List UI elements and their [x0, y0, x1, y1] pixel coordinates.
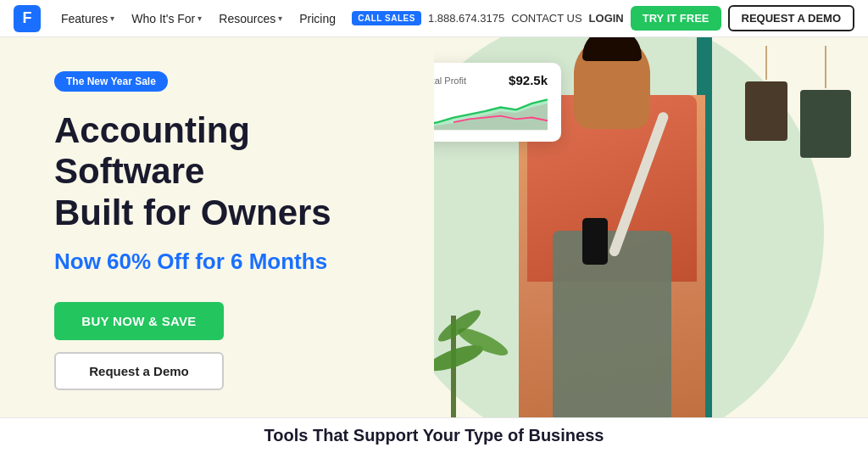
nav-item-pricing[interactable]: Pricing [292, 7, 342, 31]
profit-chart [434, 94, 548, 131]
profit-card-header: Total Profit $92.5k [434, 73, 548, 87]
hero-title: Accounting Software Built for Owners [54, 110, 393, 233]
profit-card: Total Profit $92.5k [434, 63, 561, 142]
chevron-down-icon: ▾ [110, 14, 114, 23]
brand-logo[interactable]: F [14, 5, 41, 32]
features-label: Features [61, 12, 108, 25]
chevron-down-icon: ▾ [278, 14, 282, 23]
tools-section-title: Tools That Support Your Type of Business [264, 426, 604, 445]
plant [451, 316, 456, 417]
nav-links: Features ▾ Who It's For ▾ Resources ▾ Pr… [54, 7, 352, 31]
request-demo-hero-button[interactable]: Request a Demo [54, 352, 224, 390]
profit-label: Total Profit [434, 76, 466, 86]
hero-section: The New Year Sale Accounting Software Bu… [0, 37, 868, 417]
nav-item-resources[interactable]: Resources ▾ [212, 7, 289, 31]
login-link[interactable]: LOGIN [589, 12, 624, 25]
contact-us-link[interactable]: CONTACT US [511, 12, 581, 25]
request-demo-nav-button[interactable]: REQUEST A DEMO [728, 5, 855, 31]
sale-badge: The New Year Sale [54, 71, 168, 92]
hero-subtitle: Now 60% Off for 6 Months [54, 249, 393, 275]
profit-amount: $92.5k [509, 73, 548, 87]
hero-title-line2: Built for Owners [54, 193, 331, 232]
hanging-items [800, 46, 851, 158]
call-sales-badge[interactable]: CALL SALES [352, 11, 421, 25]
chevron-down-icon: ▾ [198, 14, 202, 23]
tools-section: Tools That Support Your Type of Business [0, 417, 868, 453]
phone-number: 1.888.674.3175 [428, 12, 504, 25]
who-for-label: Who It's For [131, 12, 195, 25]
nav-right-actions: CALL SALES 1.888.674.3175 CONTACT US LOG… [352, 5, 854, 31]
buy-now-button[interactable]: BUY NOW & SAVE [54, 302, 224, 340]
resources-label: Resources [219, 12, 275, 25]
hero-image-area: Total Profit $92.5k [434, 37, 868, 417]
hero-title-line1: Accounting Software [54, 110, 250, 191]
nav-item-features[interactable]: Features ▾ [54, 7, 121, 31]
hero-left-content: The New Year Sale Accounting Software Bu… [0, 37, 434, 417]
logo-letter: F [23, 9, 32, 27]
navigation: F Features ▾ Who It's For ▾ Resources ▾ … [0, 0, 868, 37]
nav-item-who-for[interactable]: Who It's For ▾ [125, 7, 209, 31]
pricing-label: Pricing [299, 12, 336, 25]
try-free-button[interactable]: TRY IT FREE [631, 6, 721, 31]
